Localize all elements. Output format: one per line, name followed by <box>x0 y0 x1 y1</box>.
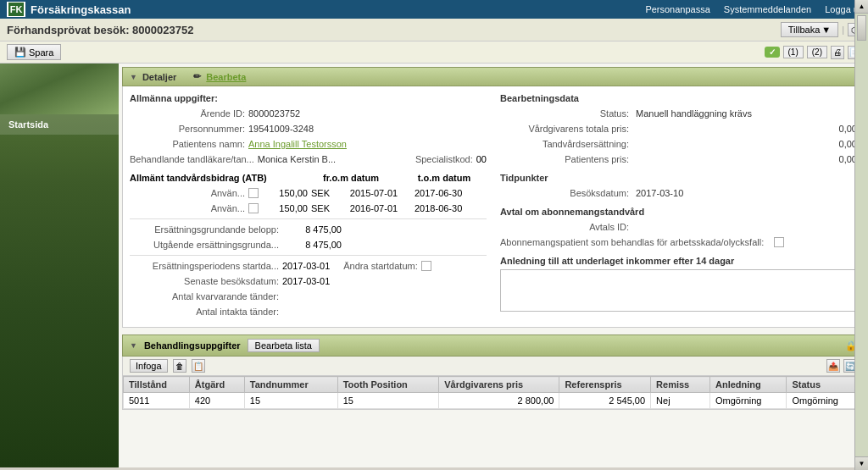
print-icon[interactable]: 🖨 <box>831 46 844 59</box>
top-navigation-bar: FK Försäkringskassan Personanpassa Syste… <box>0 0 868 19</box>
cell-tillstand: 5011 <box>124 393 190 409</box>
atb-section: Allmänt tandvårdsbidrag (ATB) fr.o.m dat… <box>130 173 487 318</box>
ersattning-row: Ersättningsgrundande belopp: 8 475,00 <box>130 223 487 236</box>
status-value: Manuell handläggning krävs <box>636 108 857 119</box>
edit-pencil-icon: ✏ <box>193 71 201 82</box>
col-tillstand: Tillstånd <box>124 377 190 393</box>
col-anledning: Anledning <box>710 377 787 393</box>
arende-id-row: Ärende ID: 8000023752 <box>130 107 487 120</box>
kvarvarande-row: Antal kvarvarande tänder: <box>130 290 487 303</box>
abonnemang-row: Abonnemangspatient som behandlas för arb… <box>500 235 857 249</box>
scroll-thumb[interactable] <box>857 15 866 41</box>
atb-row2-from: 2016-07-01 <box>340 203 408 213</box>
arende-id-value: 8000023752 <box>248 108 487 119</box>
bearbeta-button[interactable]: Bearbeta <box>206 72 246 82</box>
details-two-col: Allmänna uppgifter: Ärende ID: 800002375… <box>130 93 857 320</box>
detaljer-header: ▼ Detaljer ✏ Bearbeta <box>122 67 865 86</box>
treatment-header-left: ▼ Behandlingsuppgifter Bearbeta lista <box>130 339 320 352</box>
andra-label: Ändra startdatum: <box>343 261 417 271</box>
sidebar: Startsida <box>0 64 119 467</box>
atb-row-2: Använ... 150,00 SEK 2016-07-01 2018-06-3… <box>130 202 487 215</box>
besok-label: Besöksdatum: <box>500 188 636 198</box>
patient-pris-value: 0,00 <box>636 154 857 164</box>
besok-value: 2017-03-10 <box>636 188 857 198</box>
intakta-label: Antal intakta tänder: <box>130 307 282 317</box>
save-button[interactable]: 💾 Spara <box>7 44 61 60</box>
atb-row-1: Använ... 150,00 SEK 2015-07-01 2017-06-3… <box>130 186 487 200</box>
period-label: Ersättningsperiodens startda... <box>130 261 282 271</box>
badge-1: (1) <box>783 46 804 58</box>
col-tooth-position: Tooth Position <box>337 377 439 393</box>
utgende-value: 8 475,00 <box>282 240 342 250</box>
sidebar-item-startsida[interactable]: Startsida <box>0 114 119 135</box>
utgende-label: Utgående ersättningsgrunda... <box>130 240 282 250</box>
abonnemang-checkbox[interactable] <box>774 237 784 247</box>
app-title: Försäkringskassan <box>31 3 131 16</box>
vardgivare-pris-row: Vårdgivarens totala pris: 0,00 <box>500 122 857 135</box>
scroll-down-button[interactable]: ▼ <box>855 456 868 470</box>
tandvard-value: 0,00 <box>636 139 857 149</box>
treatment-toolbar-right: 📤 🔄 <box>826 359 857 373</box>
treatment-collapse-icon[interactable]: ▼ <box>130 341 137 350</box>
atb-row1-amount: 150,00 <box>265 188 308 198</box>
treatment-header: ▼ Behandlingsuppgifter Bearbeta lista 🔒 <box>122 335 865 357</box>
behandlande-row: Behandlande tandläkare/tan... Monica Ker… <box>130 152 487 166</box>
cell-referenspris: 2 545,00 <box>559 393 651 409</box>
copy-icon[interactable]: 📋 <box>192 359 205 373</box>
page-header: Förhandsprövat besök: 8000023752 Tillbak… <box>0 19 868 41</box>
back-button[interactable]: Tillbaka ▼ <box>781 22 838 37</box>
avtal-group: Avtal om abonnemangstandvård Avtals ID: … <box>500 207 857 249</box>
treatment-table: Tillstånd Åtgärd Tandnummer Tooth Positi… <box>123 376 864 409</box>
logo-area: FK Försäkringskassan <box>7 2 131 17</box>
senaste-value: 2017-03-01 <box>282 276 330 286</box>
cell-vardgivare-pris: 2 800,00 <box>439 393 559 409</box>
col-status: Status <box>787 377 864 393</box>
anledning-textarea[interactable] <box>500 269 857 312</box>
separator-icon: | <box>842 25 844 35</box>
col-vardgivare-pris: Vårdgivarens pris <box>439 377 559 393</box>
tidpunkter-title: Tidpunkter <box>500 173 857 183</box>
detaljer-section: ▼ Detaljer ✏ Bearbeta Allmänna uppgifter… <box>122 67 865 328</box>
specialistkod-label: Specialistkod: <box>415 154 473 164</box>
scroll-track[interactable] <box>855 14 868 456</box>
personanpassa-link[interactable]: Personanpassa <box>645 4 709 14</box>
col-referenspris: Referenspris <box>559 377 651 393</box>
status-label: Status: <box>500 108 636 119</box>
bearbeta-lista-button[interactable]: Bearbeta lista <box>248 339 320 352</box>
bearbetning-title: Bearbetningsdata <box>500 93 857 103</box>
badge-2: (2) <box>807 46 827 58</box>
atb-row1-to: 2017-06-30 <box>415 188 462 198</box>
atb-row1-checkbox[interactable] <box>248 188 259 198</box>
top-nav-links: Personanpassa Systemmeddelanden Logga ut <box>645 4 861 14</box>
arende-id-label: Ärende ID: <box>130 108 248 119</box>
avtal-title: Avtal om abonnemangstandvård <box>500 207 857 217</box>
atb-row2-checkbox[interactable] <box>248 203 259 213</box>
logo-icon: FK <box>7 2 25 17</box>
export-icon[interactable]: 📤 <box>826 359 840 373</box>
ersattning-value: 8 475,00 <box>282 224 342 235</box>
utgende-row: Utgående ersättningsgrunda... 8 475,00 <box>130 238 487 252</box>
col-tandnummer: Tandnummer <box>244 377 337 393</box>
tidpunkter-group: Tidpunkter Besöksdatum: 2017-03-10 <box>500 173 857 200</box>
patient-name-value[interactable]: Anna Ingalill Testorsson <box>248 139 487 149</box>
collapse-icon[interactable]: ▼ <box>130 73 137 81</box>
andra-checkbox[interactable] <box>421 261 431 271</box>
senaste-label: Senaste besöksdatum: <box>130 276 282 286</box>
delete-icon[interactable]: 🗑 <box>173 359 186 373</box>
treatment-table-wrapper: Tillstånd Åtgärd Tandnummer Tooth Positi… <box>122 376 865 410</box>
scroll-up-button[interactable]: ▲ <box>855 0 868 14</box>
scrollbar[interactable]: ▲ ▼ <box>854 0 868 470</box>
ersattning-label: Ersättningsgrundande belopp: <box>130 224 282 235</box>
main-layout: Startsida ▼ Detaljer ✏ Bearbeta Allmänna… <box>0 64 868 467</box>
save-label: Spara <box>29 47 53 58</box>
back-label: Tillbaka <box>788 25 821 35</box>
systemmeddelanden-link[interactable]: Systemmeddelanden <box>724 4 811 14</box>
table-row[interactable]: 5011 420 15 15 2 800,00 2 545,00 Nej Omg… <box>124 393 864 409</box>
infoga-button[interactable]: Infoga <box>130 359 168 373</box>
chevron-down-icon: ▼ <box>821 25 831 35</box>
kvarvarande-label: Antal kvarvarande tänder: <box>130 291 282 301</box>
bearbetning-group: Bearbetningsdata Status: Manuell handläg… <box>500 93 857 166</box>
abonnemang-label: Abonnemangspatient som behandlas för arb… <box>500 237 771 247</box>
anledning-group: Anledning till att underlaget inkommer e… <box>500 256 857 312</box>
toolbar: 💾 Spara ✓ (1) (2) 🖨 📄 <box>0 41 868 64</box>
